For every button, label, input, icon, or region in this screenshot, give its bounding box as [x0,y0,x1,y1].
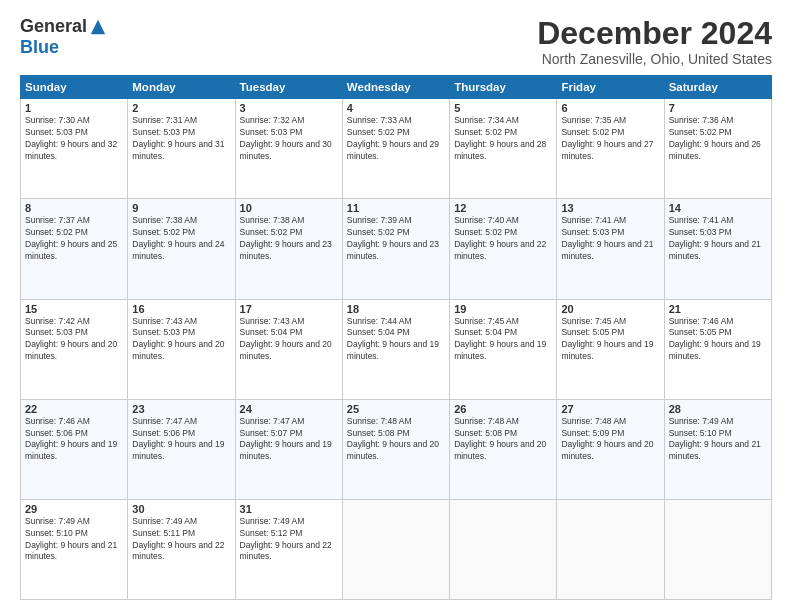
table-row: 22Sunrise: 7:46 AMSunset: 5:06 PMDayligh… [21,399,128,499]
table-row: 13Sunrise: 7:41 AMSunset: 5:03 PMDayligh… [557,199,664,299]
table-row: 27Sunrise: 7:48 AMSunset: 5:09 PMDayligh… [557,399,664,499]
day-info: Sunrise: 7:32 AMSunset: 5:03 PMDaylight:… [240,115,338,163]
day-info: Sunrise: 7:43 AMSunset: 5:04 PMDaylight:… [240,316,338,364]
day-info: Sunrise: 7:31 AMSunset: 5:03 PMDaylight:… [132,115,230,163]
day-info: Sunrise: 7:35 AMSunset: 5:02 PMDaylight:… [561,115,659,163]
days-header-row: Sunday Monday Tuesday Wednesday Thursday… [21,76,772,99]
day-number: 31 [240,503,338,515]
day-number: 16 [132,303,230,315]
table-row: 4Sunrise: 7:33 AMSunset: 5:02 PMDaylight… [342,99,449,199]
table-row: 19Sunrise: 7:45 AMSunset: 5:04 PMDayligh… [450,299,557,399]
day-info: Sunrise: 7:45 AMSunset: 5:05 PMDaylight:… [561,316,659,364]
day-info: Sunrise: 7:43 AMSunset: 5:03 PMDaylight:… [132,316,230,364]
logo-icon [89,18,107,36]
calendar-week-row: 22Sunrise: 7:46 AMSunset: 5:06 PMDayligh… [21,399,772,499]
day-number: 7 [669,102,767,114]
table-row: 18Sunrise: 7:44 AMSunset: 5:04 PMDayligh… [342,299,449,399]
header-tuesday: Tuesday [235,76,342,99]
day-info: Sunrise: 7:46 AMSunset: 5:05 PMDaylight:… [669,316,767,364]
day-number: 15 [25,303,123,315]
header-thursday: Thursday [450,76,557,99]
day-info: Sunrise: 7:38 AMSunset: 5:02 PMDaylight:… [132,215,230,263]
logo: General Blue [20,16,107,58]
table-row [664,499,771,599]
table-row: 5Sunrise: 7:34 AMSunset: 5:02 PMDaylight… [450,99,557,199]
day-number: 6 [561,102,659,114]
day-info: Sunrise: 7:44 AMSunset: 5:04 PMDaylight:… [347,316,445,364]
day-number: 9 [132,202,230,214]
day-info: Sunrise: 7:46 AMSunset: 5:06 PMDaylight:… [25,416,123,464]
day-info: Sunrise: 7:38 AMSunset: 5:02 PMDaylight:… [240,215,338,263]
header-monday: Monday [128,76,235,99]
day-number: 20 [561,303,659,315]
day-number: 24 [240,403,338,415]
header-saturday: Saturday [664,76,771,99]
title-section: December 2024 North Zanesville, Ohio, Un… [537,16,772,67]
day-number: 12 [454,202,552,214]
day-number: 18 [347,303,445,315]
day-info: Sunrise: 7:47 AMSunset: 5:07 PMDaylight:… [240,416,338,464]
day-info: Sunrise: 7:39 AMSunset: 5:02 PMDaylight:… [347,215,445,263]
table-row: 3Sunrise: 7:32 AMSunset: 5:03 PMDaylight… [235,99,342,199]
day-number: 28 [669,403,767,415]
day-info: Sunrise: 7:49 AMSunset: 5:10 PMDaylight:… [25,516,123,564]
month-title: December 2024 [537,16,772,51]
day-number: 11 [347,202,445,214]
day-number: 30 [132,503,230,515]
day-info: Sunrise: 7:49 AMSunset: 5:10 PMDaylight:… [669,416,767,464]
calendar-week-row: 29Sunrise: 7:49 AMSunset: 5:10 PMDayligh… [21,499,772,599]
location: North Zanesville, Ohio, United States [537,51,772,67]
table-row: 15Sunrise: 7:42 AMSunset: 5:03 PMDayligh… [21,299,128,399]
table-row: 10Sunrise: 7:38 AMSunset: 5:02 PMDayligh… [235,199,342,299]
day-info: Sunrise: 7:41 AMSunset: 5:03 PMDaylight:… [669,215,767,263]
logo-blue: Blue [20,37,59,58]
table-row: 29Sunrise: 7:49 AMSunset: 5:10 PMDayligh… [21,499,128,599]
day-info: Sunrise: 7:48 AMSunset: 5:08 PMDaylight:… [454,416,552,464]
header-sunday: Sunday [21,76,128,99]
table-row: 23Sunrise: 7:47 AMSunset: 5:06 PMDayligh… [128,399,235,499]
table-row: 31Sunrise: 7:49 AMSunset: 5:12 PMDayligh… [235,499,342,599]
day-info: Sunrise: 7:37 AMSunset: 5:02 PMDaylight:… [25,215,123,263]
calendar-week-row: 8Sunrise: 7:37 AMSunset: 5:02 PMDaylight… [21,199,772,299]
calendar-week-row: 15Sunrise: 7:42 AMSunset: 5:03 PMDayligh… [21,299,772,399]
table-row: 8Sunrise: 7:37 AMSunset: 5:02 PMDaylight… [21,199,128,299]
table-row: 7Sunrise: 7:36 AMSunset: 5:02 PMDaylight… [664,99,771,199]
day-number: 25 [347,403,445,415]
day-info: Sunrise: 7:33 AMSunset: 5:02 PMDaylight:… [347,115,445,163]
day-info: Sunrise: 7:49 AMSunset: 5:12 PMDaylight:… [240,516,338,564]
day-info: Sunrise: 7:41 AMSunset: 5:03 PMDaylight:… [561,215,659,263]
table-row: 2Sunrise: 7:31 AMSunset: 5:03 PMDaylight… [128,99,235,199]
day-number: 10 [240,202,338,214]
table-row: 16Sunrise: 7:43 AMSunset: 5:03 PMDayligh… [128,299,235,399]
day-number: 21 [669,303,767,315]
calendar-body: 1Sunrise: 7:30 AMSunset: 5:03 PMDaylight… [21,99,772,600]
day-number: 29 [25,503,123,515]
table-row: 11Sunrise: 7:39 AMSunset: 5:02 PMDayligh… [342,199,449,299]
table-row: 1Sunrise: 7:30 AMSunset: 5:03 PMDaylight… [21,99,128,199]
table-row [450,499,557,599]
day-number: 22 [25,403,123,415]
calendar-table: Sunday Monday Tuesday Wednesday Thursday… [20,75,772,600]
logo-general: General [20,16,87,37]
day-number: 2 [132,102,230,114]
table-row [342,499,449,599]
table-row: 9Sunrise: 7:38 AMSunset: 5:02 PMDaylight… [128,199,235,299]
day-number: 17 [240,303,338,315]
day-number: 5 [454,102,552,114]
table-row: 26Sunrise: 7:48 AMSunset: 5:08 PMDayligh… [450,399,557,499]
table-row: 28Sunrise: 7:49 AMSunset: 5:10 PMDayligh… [664,399,771,499]
day-number: 27 [561,403,659,415]
day-number: 26 [454,403,552,415]
table-row: 24Sunrise: 7:47 AMSunset: 5:07 PMDayligh… [235,399,342,499]
day-info: Sunrise: 7:48 AMSunset: 5:09 PMDaylight:… [561,416,659,464]
day-info: Sunrise: 7:42 AMSunset: 5:03 PMDaylight:… [25,316,123,364]
logo-text: General [20,16,107,37]
day-number: 19 [454,303,552,315]
table-row: 25Sunrise: 7:48 AMSunset: 5:08 PMDayligh… [342,399,449,499]
day-info: Sunrise: 7:49 AMSunset: 5:11 PMDaylight:… [132,516,230,564]
day-number: 4 [347,102,445,114]
svg-marker-0 [91,19,105,33]
header-wednesday: Wednesday [342,76,449,99]
day-info: Sunrise: 7:30 AMSunset: 5:03 PMDaylight:… [25,115,123,163]
day-number: 3 [240,102,338,114]
